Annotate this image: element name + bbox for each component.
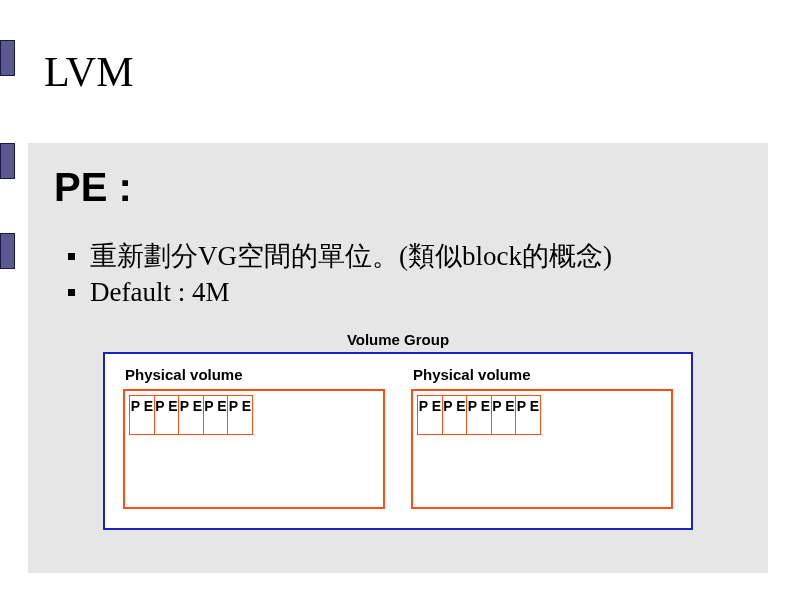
slide-title: LVM — [44, 48, 768, 96]
subheading: PE : — [54, 165, 742, 210]
bullet-list: 重新劃分VG空間的單位。(類似block的概念) Default : 4M — [54, 238, 742, 311]
physical-volume: Physical volume P E P E P E P E P E — [123, 366, 385, 516]
volume-group-diagram: Volume Group Physical volume P E P E P E… — [103, 331, 693, 530]
slide-left-marks — [0, 0, 28, 595]
mark — [0, 40, 15, 76]
slide-title-area: LVM — [28, 40, 768, 120]
pe-cell: P E — [154, 395, 180, 435]
pv-box: P E P E P E P E P E — [411, 389, 673, 509]
pe-cell: P E — [129, 395, 155, 435]
vg-box: Physical volume P E P E P E P E P E Phys… — [103, 352, 693, 530]
pe-cell: P E — [178, 395, 204, 435]
bullet-item: 重新劃分VG空間的單位。(類似block的概念) — [68, 238, 742, 274]
bullet-item: Default : 4M — [68, 274, 742, 310]
pe-cell: P E — [203, 395, 229, 435]
pe-cell: P E — [227, 395, 253, 435]
pv-box: P E P E P E P E P E — [123, 389, 385, 509]
pe-cell: P E — [466, 395, 492, 435]
pv-label: Physical volume — [123, 366, 385, 383]
mark — [0, 233, 15, 269]
vg-label: Volume Group — [103, 331, 693, 348]
pe-cell: P E — [491, 395, 517, 435]
pv-label: Physical volume — [411, 366, 673, 383]
pe-cell: P E — [417, 395, 443, 435]
physical-volume: Physical volume P E P E P E P E P E — [411, 366, 673, 516]
pe-cell: P E — [442, 395, 468, 435]
slide-body: PE : 重新劃分VG空間的單位。(類似block的概念) Default : … — [28, 143, 768, 573]
pe-cell: P E — [515, 395, 541, 435]
mark — [0, 143, 15, 179]
